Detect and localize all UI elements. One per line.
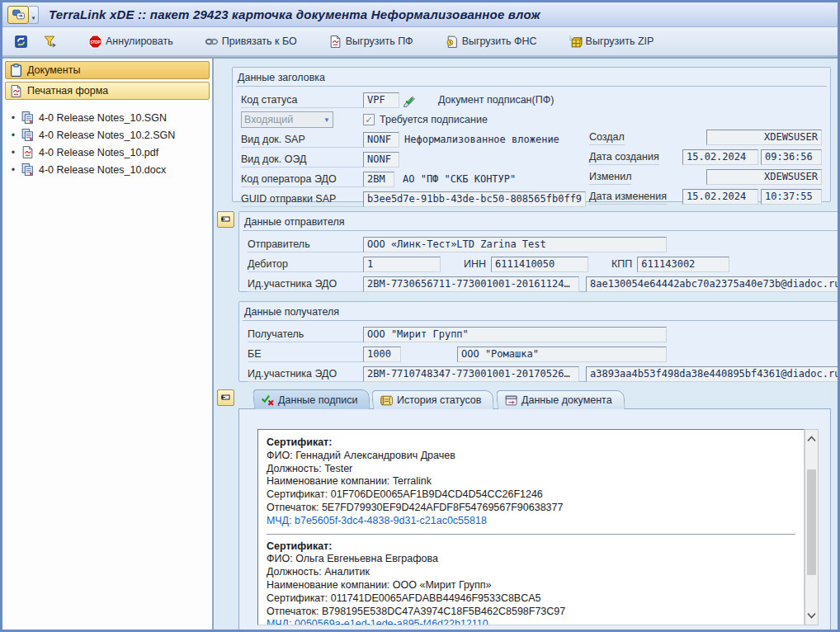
- created-by-field[interactable]: XDEWSUSER: [706, 130, 822, 145]
- signing-required-label: Требуется подписание: [380, 114, 488, 125]
- certificate-mchd-link[interactable]: МЧД: 0050569a-e1ed-1ede-a895-f46d22b1211…: [267, 618, 795, 625]
- certificate-heading: Сертификат:: [267, 540, 795, 554]
- sender-edo-id-label: Ид.участника ЭДО: [248, 276, 363, 292]
- inn-field[interactable]: 6111410050: [491, 257, 588, 272]
- certificate-thumbprint: Отпечаток: B798195E538DC47A3974C18F5B462…: [267, 606, 795, 619]
- edo-operator-field[interactable]: 2BM: [363, 172, 394, 187]
- certificate-divider: [267, 534, 795, 535]
- bind-bo-label: Привязать к БО: [222, 35, 297, 47]
- tab-strip: Данные подписи История статусов: [238, 389, 831, 409]
- export-fns-button[interactable]: Выгрузить ФНС: [440, 31, 542, 52]
- be-field[interactable]: 1000: [363, 347, 401, 362]
- annul-button[interactable]: STOP Аннулировать: [83, 31, 178, 52]
- copy-doc-icon: [21, 128, 35, 142]
- export-pf-button[interactable]: Выгрузить ПФ: [323, 31, 418, 52]
- certificate-company: Наименование компании: Terralink: [267, 475, 795, 488]
- export-zip-button[interactable]: Выгрузить ZIP: [564, 31, 659, 52]
- pdf-file-icon: [21, 145, 35, 159]
- certificate-block: Сертификат: ФИО: Геннадий Александрович …: [267, 436, 795, 528]
- doc-type-sap-field[interactable]: NONF: [363, 132, 399, 148]
- file-item[interactable]: • 4-0 Release Notes_10.2.SGN: [5, 126, 210, 144]
- receiver-label: Получатель: [248, 326, 363, 342]
- bullet: •: [10, 112, 17, 124]
- link-icon: [205, 35, 219, 49]
- title-bar: ▾ TerraLink xDE :: пакет 29423 карточка …: [2, 2, 838, 27]
- signing-required-checkbox[interactable]: ✓: [363, 114, 375, 125]
- collapse-section-icon: [220, 215, 231, 225]
- status-text: Документ подписан(ПФ): [438, 94, 554, 106]
- certificates-text-area[interactable]: Сертификат: ФИО: Геннадий Александрович …: [257, 429, 805, 625]
- sidebar-button-print-form[interactable]: Печатная форма: [5, 82, 210, 100]
- direction-dropdown[interactable]: Входящий ▼: [241, 111, 333, 128]
- export-pf-icon: [328, 35, 342, 49]
- certificate-heading: Сертификат:: [267, 436, 795, 450]
- filter-button[interactable]: [38, 31, 62, 52]
- scroll-up-icon[interactable]: [805, 430, 818, 448]
- header-data-group: Данные заголовка Код статуса VPF Докумен…: [232, 67, 831, 202]
- file-item[interactable]: • 4-0 Release Notes_10.SGN: [5, 109, 210, 126]
- scrollbar-thumb[interactable]: [807, 469, 816, 575]
- vertical-scrollbar[interactable]: [805, 429, 819, 625]
- export-zip-label: Выгрузить ZIP: [586, 35, 654, 47]
- created-date-field[interactable]: 15.02.2024: [682, 149, 758, 165]
- main-area: Данные заголовка Код статуса VPF Докумен…: [214, 57, 838, 630]
- certificate-number: Сертификат: 011741DE0065AFDABB44946F9533…: [267, 592, 795, 606]
- export-pf-label: Выгрузить ПФ: [346, 35, 413, 47]
- changed-date-label: Дата изменения: [589, 188, 667, 205]
- receiver-edo-id-label: Ид.участника ЭДО: [248, 366, 363, 382]
- sidebar-button-print-form-label: Печатная форма: [27, 85, 108, 97]
- kpp-label: КПП: [611, 258, 632, 270]
- status-code-label: Код статуса: [241, 92, 363, 108]
- inn-label: ИНН: [464, 258, 486, 270]
- refresh-button[interactable]: [9, 31, 33, 52]
- app-window: ▾ TerraLink xDE :: пакет 29423 карточка …: [0, 0, 840, 632]
- collapse-section-icon: [220, 393, 231, 403]
- app-icon[interactable]: [7, 6, 29, 24]
- file-item[interactable]: • 4-0 Release Notes_10.pdf: [5, 144, 210, 161]
- scroll-down-icon[interactable]: [805, 606, 818, 625]
- history-scroll-icon: [380, 394, 394, 408]
- sidebar-button-documents-label: Документы: [27, 64, 80, 76]
- certificate-block: Сертификат: ФИО: Ольга Евгеньевна Евграф…: [267, 540, 795, 625]
- receiver-edo-email-field[interactable]: a3893aa4b53f498da38e440895bf4361@diadoc.…: [586, 366, 838, 382]
- guid-field[interactable]: b3ee5d7e-91bb-43de-bc50-808565fb0ff9: [363, 191, 586, 207]
- changed-time-field[interactable]: 10:37:55: [761, 189, 822, 205]
- receiver-data-group: Данные получателя Получатель ООО "Мирит …: [238, 301, 838, 382]
- sender-edo-email-field[interactable]: 8ae130054e64442abc70a2375a40e73b@diadoc.…: [586, 276, 838, 292]
- debtor-field[interactable]: 1: [363, 257, 441, 272]
- bind-bo-button[interactable]: Привязать к БО: [200, 31, 302, 52]
- file-name: 4-0 Release Notes_10.2.SGN: [39, 130, 175, 141]
- sender-field[interactable]: ООО «Линк-Тест»LTD Zarina Test: [363, 237, 667, 252]
- tab-document-data[interactable]: Данные документа: [496, 390, 625, 409]
- guid-label: GUID отправки SAP: [241, 191, 363, 207]
- file-name: 4-0 Release Notes_10.SGN: [39, 112, 167, 124]
- changed-date-field[interactable]: 15.02.2024: [682, 189, 758, 205]
- created-time-field[interactable]: 09:36:56: [761, 149, 822, 165]
- receiver-field[interactable]: ООО "Мирит Групп": [363, 327, 667, 342]
- doc-type-oed-label: Вид док. ОЭД: [241, 151, 363, 167]
- collapse-sender-button[interactable]: [217, 211, 234, 228]
- doc-type-oed-field[interactable]: NONF: [363, 152, 399, 167]
- tab-label: Данные подписи: [278, 394, 357, 406]
- collapse-tabs-button[interactable]: [217, 389, 234, 406]
- file-item[interactable]: • 4-0 Release Notes_10.docx: [5, 161, 210, 178]
- certificate-mchd-link[interactable]: МЧД: b7e5605f-3dc4-4838-9d31-c21ac0c5581…: [267, 515, 795, 528]
- tab-signature-data[interactable]: Данные подписи: [252, 389, 370, 409]
- changed-by-field[interactable]: XDEWSUSER: [706, 169, 822, 185]
- file-list: • 4-0 Release Notes_10.SGN •: [5, 109, 210, 178]
- window-menu-button[interactable]: ▾: [29, 6, 39, 24]
- filter-icon: [43, 35, 57, 49]
- export-zip-icon: [569, 35, 583, 49]
- tab-status-history[interactable]: История статусов: [372, 390, 495, 409]
- sender-edo-id-field[interactable]: 2BM-7730656711-773001001-20161124…: [363, 276, 579, 292]
- kpp-field[interactable]: 611143002: [637, 257, 729, 272]
- be-name-field[interactable]: ООО "Ромашка": [457, 347, 667, 362]
- tab-label: История статусов: [397, 394, 481, 406]
- sidebar: Документы Печатная форма •: [2, 57, 214, 630]
- status-code-field[interactable]: VPF: [363, 92, 399, 108]
- bullet: •: [10, 147, 17, 158]
- edo-operator-text: АО "ПФ "СКБ КОНТУР": [403, 173, 516, 185]
- receiver-edo-id-field[interactable]: 2BM-7710748347-773001001-20170526…: [363, 366, 579, 382]
- sidebar-button-documents[interactable]: Документы: [5, 61, 210, 79]
- file-name: 4-0 Release Notes_10.docx: [39, 164, 166, 176]
